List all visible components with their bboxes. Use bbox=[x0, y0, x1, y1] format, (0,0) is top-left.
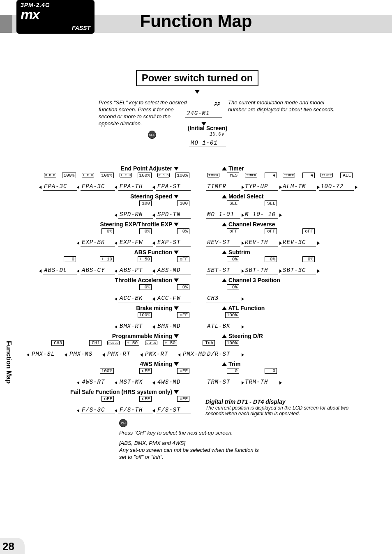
cell-label: SBT-3C bbox=[283, 267, 306, 274]
arrow-right-icon bbox=[317, 269, 320, 273]
diagram-canvas: Power switch turned on Press "SEL" key t… bbox=[25, 70, 370, 140]
side-label: Function Map bbox=[5, 341, 12, 384]
arrow-down-icon bbox=[174, 223, 179, 226]
cell-value: 4 bbox=[265, 173, 277, 178]
arrow-down-icon bbox=[174, 251, 179, 254]
cell-label: EXP-BK bbox=[82, 239, 105, 246]
cell-label: EPA-ST bbox=[157, 183, 180, 190]
function-group: Brake mixing 100%BMX-RToFFBMX-MD bbox=[27, 305, 191, 330]
arrow-down-icon bbox=[174, 306, 179, 310]
cell-value: oFF bbox=[139, 396, 152, 402]
function-group: Steering Speed 100SPD-RN100SPD-TN bbox=[27, 193, 191, 219]
cell-value: 0% bbox=[177, 228, 189, 234]
display-cell: 0TRM-ST bbox=[206, 368, 240, 386]
display-cell: 100%BMX-RT bbox=[118, 312, 153, 330]
dt-note-head: Digital trim DT1 - DT4 display bbox=[205, 398, 362, 405]
function-group: ATL Function100%ATL-BK bbox=[205, 305, 370, 330]
display-cell: SELM 10- 10 bbox=[244, 200, 278, 219]
cell-value: 0% bbox=[139, 284, 152, 290]
arrow-left-icon bbox=[115, 325, 117, 329]
arrow-up-icon bbox=[222, 306, 227, 310]
cell-label: CH3 bbox=[207, 295, 219, 302]
cell-label: REV-TH bbox=[245, 239, 268, 246]
function-group: Fail Safe Function (HRS system only) oFF… bbox=[27, 389, 191, 414]
cell-value: oFF bbox=[177, 256, 189, 262]
cell-label: MO 1-01 bbox=[207, 211, 234, 218]
arrow-down-icon bbox=[174, 167, 179, 170]
cell-tag: R.B.D bbox=[157, 173, 170, 177]
cell-tag: TIMER bbox=[245, 173, 257, 177]
display-cell: oFFF/S-3C bbox=[81, 396, 115, 414]
function-group: Programmable Mixing CH3PMX-SLCH1PMX-MSR.… bbox=[27, 333, 191, 358]
cell-label: TRM-TH bbox=[245, 379, 268, 385]
display-cell: 100%4WS-RT bbox=[81, 368, 115, 386]
display-cell: R.B.D+ 50PMX-RT bbox=[106, 340, 141, 358]
cell-value: oFF bbox=[177, 368, 189, 374]
display-cell: oFFBMX-MD bbox=[156, 312, 191, 330]
arrow-right-icon bbox=[242, 297, 244, 301]
cell-row: 0%SBT-ST0%SBT-TH0%SBT-3C bbox=[205, 256, 370, 274]
group-label: Trim bbox=[228, 361, 241, 367]
cell-row: 0%ACC-BK0%ACC-FW bbox=[27, 284, 191, 302]
arrow-down-icon bbox=[174, 195, 179, 198]
cell-value: 0% bbox=[227, 284, 239, 290]
cell-value: + 10 bbox=[100, 256, 114, 262]
cell-value: 100 bbox=[177, 200, 189, 206]
cell-label: 4WS-RT bbox=[82, 379, 105, 385]
display-cell: 0%ACC-FW bbox=[156, 284, 191, 302]
arrow-up-icon bbox=[222, 334, 227, 338]
cell-label: ABS-CY bbox=[82, 267, 105, 274]
cell-label: REV-ST bbox=[207, 239, 230, 246]
group-label: ABS Function bbox=[134, 249, 173, 255]
group-label: Channel Reverse bbox=[228, 221, 275, 228]
cell-label: SPD-RN bbox=[120, 211, 143, 218]
cell-value: oFF bbox=[177, 312, 189, 318]
modulation-top: PP bbox=[214, 102, 220, 108]
initial-top: 10.0v bbox=[210, 131, 224, 137]
cell-label: ABS-MD bbox=[157, 267, 180, 274]
cell-value: 100% bbox=[138, 312, 152, 318]
cell-row: 100%BMX-RToFFBMX-MD bbox=[27, 312, 191, 330]
function-group: Subtrim0%SBT-ST0%SBT-TH0%SBT-3C bbox=[205, 249, 370, 274]
cell-label: PMX-RT bbox=[145, 351, 168, 357]
ch-key-note: Press "CH" key to select the next set-up… bbox=[119, 430, 267, 437]
display-cell: + 10ABS-CY bbox=[81, 256, 115, 274]
arrow-left-icon bbox=[115, 297, 117, 301]
cell-label: TIMER bbox=[207, 183, 226, 190]
arrow-left-icon bbox=[115, 214, 117, 217]
ch-button[interactable]: CH bbox=[119, 419, 127, 427]
cell-label: F/S-ST bbox=[157, 407, 180, 413]
left-column: End Point Adjuster R.B.D100%EPA-3CL.F.U1… bbox=[27, 164, 191, 417]
initial-screen-label: (Initial Screen) bbox=[173, 125, 242, 131]
function-group: Steering D/R100%D/R-ST bbox=[205, 333, 370, 358]
cell-row: 0%CH3 bbox=[205, 284, 370, 302]
cell-label: TRM-ST bbox=[207, 379, 230, 385]
cell-label: EXP-ST bbox=[157, 239, 180, 246]
modulation-note: The current modulation mode and model nu… bbox=[228, 99, 339, 113]
function-group: TimerTIMERrESTIMERTIMER4TYP-UPTIMER4ALM-… bbox=[205, 165, 370, 191]
display-cell: 100SPD-RN bbox=[118, 200, 153, 219]
cell-label: F/S-3C bbox=[82, 407, 105, 413]
display-cell: L.F.U+ 50PMX-RT bbox=[144, 340, 178, 358]
arrow-left-icon bbox=[77, 409, 79, 412]
cell-row: oFFREV-SToFFREV-THoFFREV-3C bbox=[205, 228, 370, 246]
cell-value: 100% bbox=[138, 173, 152, 178]
display-cell: 100SPD-TN bbox=[156, 200, 191, 219]
display-cell: oFF4WS-MD bbox=[156, 368, 191, 386]
cell-tag: L.F.U bbox=[82, 173, 94, 177]
cell-value: 100% bbox=[62, 173, 76, 178]
sel-button[interactable]: SEL bbox=[148, 131, 156, 139]
arrow-left-icon bbox=[39, 269, 42, 273]
cell-value: 0 bbox=[64, 256, 76, 262]
cell-label: EPA-3C bbox=[44, 183, 67, 190]
display-cell: 0%ACC-BK bbox=[118, 284, 153, 302]
cell-row: 0ABS-DL+ 10ABS-CY+ 50ABS-PToFFABS-MD bbox=[27, 256, 191, 274]
cell-label: ABS-PT bbox=[120, 267, 143, 274]
arrow-right-icon bbox=[242, 325, 244, 329]
arrow-right-icon bbox=[317, 242, 320, 245]
display-cell: CH1PMX-MS bbox=[68, 340, 103, 358]
group-label: ATL Function bbox=[228, 305, 265, 311]
display-cell: oFFMST-MX bbox=[118, 368, 153, 386]
display-cell: 0%EXP-BK bbox=[81, 228, 115, 246]
display-cell: 0%SBT-ST bbox=[206, 256, 240, 274]
